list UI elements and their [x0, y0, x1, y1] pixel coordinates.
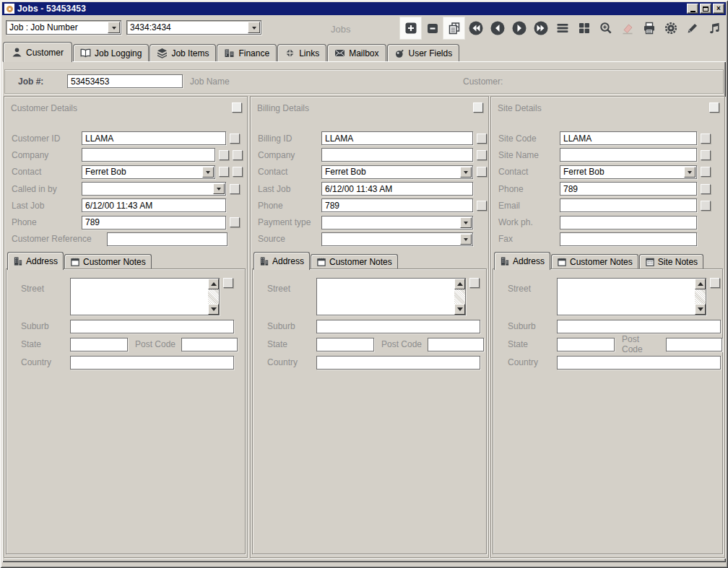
lookup-button[interactable]: [230, 134, 240, 144]
tab-job-logging[interactable]: Job Logging: [73, 44, 149, 61]
record-selector-combo[interactable]: 3434:3434: [126, 20, 261, 35]
lookup-button[interactable]: [223, 278, 233, 288]
chevron-down-icon[interactable]: [460, 234, 472, 245]
site-code-input[interactable]: [560, 131, 697, 145]
billing-details-checkbox[interactable]: [473, 102, 483, 113]
phone-input[interactable]: [82, 216, 226, 230]
customer-details-checkbox[interactable]: [232, 102, 242, 113]
street-input[interactable]: [557, 278, 706, 315]
chevron-down-icon[interactable]: [684, 167, 696, 178]
site-contact-select[interactable]: Ferret Bob: [560, 165, 697, 179]
lookup-button[interactable]: [701, 134, 711, 144]
print-button[interactable]: [638, 17, 659, 39]
tab-site-notes[interactable]: Site Notes: [639, 254, 703, 269]
post-code-input[interactable]: [181, 338, 238, 351]
scroll-up-icon[interactable]: [454, 279, 465, 289]
street-input[interactable]: [70, 278, 220, 315]
billing-last-job-input[interactable]: [321, 182, 473, 196]
chevron-down-icon[interactable]: [202, 167, 214, 178]
lookup-button[interactable]: [233, 150, 243, 160]
last-record-button[interactable]: [530, 17, 551, 39]
site-details-checkbox[interactable]: [709, 102, 719, 113]
company-input[interactable]: [82, 148, 215, 162]
suburb-input[interactable]: [316, 320, 480, 333]
work-phone-input[interactable]: [560, 216, 697, 230]
lookup-button[interactable]: [477, 134, 487, 144]
lookup-button[interactable]: [219, 150, 229, 160]
scroll-down-icon[interactable]: [454, 304, 465, 315]
first-record-button[interactable]: [465, 17, 486, 39]
lookup-button[interactable]: [701, 201, 711, 211]
suburb-input[interactable]: [70, 320, 234, 333]
scroll-up-icon[interactable]: [208, 279, 219, 289]
next-record-button[interactable]: [508, 17, 529, 39]
minimize-button[interactable]: [687, 4, 698, 14]
site-name-input[interactable]: [560, 148, 697, 162]
fax-input[interactable]: [560, 232, 697, 246]
add-record-button[interactable]: [400, 17, 421, 39]
tab-address[interactable]: Address: [494, 252, 550, 270]
suburb-input[interactable]: [557, 320, 721, 333]
country-input[interactable]: [70, 356, 234, 370]
scroll-up-icon[interactable]: [695, 279, 706, 289]
last-job-input[interactable]: [82, 198, 226, 212]
chevron-down-icon[interactable]: [248, 22, 260, 33]
settings-button[interactable]: [660, 17, 681, 39]
country-input[interactable]: [316, 356, 480, 370]
tab-links[interactable]: Links: [277, 44, 326, 61]
lookup-button[interactable]: [469, 278, 480, 288]
lookup-button[interactable]: [233, 167, 243, 177]
state-input[interactable]: [557, 338, 615, 351]
tab-address[interactable]: Address: [7, 252, 64, 270]
payment-type-select[interactable]: [321, 216, 473, 230]
scroll-down-icon[interactable]: [695, 304, 706, 315]
erase-button[interactable]: [617, 17, 638, 39]
source-select[interactable]: [321, 232, 473, 246]
lookup-button[interactable]: [701, 150, 711, 160]
job-number-input[interactable]: [67, 74, 183, 88]
tab-user-fields[interactable]: User Fields: [387, 44, 460, 61]
scrollbar[interactable]: [454, 279, 465, 315]
tab-mailbox[interactable]: Mailbox: [327, 44, 386, 61]
edit-button[interactable]: [682, 17, 703, 39]
billing-contact-select[interactable]: Ferret Bob: [321, 165, 473, 179]
scrollbar[interactable]: [208, 279, 219, 315]
billing-company-input[interactable]: [321, 148, 473, 162]
lookup-button[interactable]: [230, 217, 240, 227]
site-phone-input[interactable]: [560, 182, 697, 196]
tab-customer-notes[interactable]: Customer Notes: [64, 254, 152, 269]
scroll-down-icon[interactable]: [208, 304, 219, 315]
chevron-down-icon[interactable]: [460, 217, 472, 228]
lookup-button[interactable]: [477, 150, 487, 160]
copy-record-button[interactable]: [443, 17, 464, 39]
customer-id-input[interactable]: [82, 131, 226, 145]
email-input[interactable]: [560, 198, 697, 212]
post-code-input[interactable]: [428, 338, 484, 351]
tab-customer[interactable]: Customer: [3, 42, 72, 62]
chevron-down-icon[interactable]: [213, 183, 225, 194]
remove-record-button[interactable]: [422, 17, 443, 39]
billing-phone-input[interactable]: [321, 198, 473, 212]
chevron-down-icon[interactable]: [108, 22, 120, 33]
lookup-button[interactable]: [477, 201, 487, 211]
post-code-input[interactable]: [666, 338, 722, 351]
state-input[interactable]: [316, 338, 374, 351]
customer-reference-input[interactable]: [107, 232, 228, 246]
lookup-button[interactable]: [701, 184, 711, 194]
tab-job-items[interactable]: Job Items: [150, 44, 216, 61]
lookup-button[interactable]: [230, 184, 240, 194]
lookup-button[interactable]: [710, 278, 720, 288]
tab-finance[interactable]: Finance: [217, 44, 277, 61]
grid-view-button[interactable]: [573, 17, 594, 39]
billing-id-input[interactable]: [321, 131, 473, 145]
maximize-button[interactable]: [700, 4, 711, 14]
lookup-button[interactable]: [219, 167, 229, 177]
tab-address[interactable]: Address: [254, 252, 310, 270]
previous-record-button[interactable]: [487, 17, 508, 39]
called-in-by-select[interactable]: [82, 182, 226, 196]
country-input[interactable]: [557, 356, 721, 370]
lookup-button[interactable]: [477, 167, 487, 177]
contact-select[interactable]: Ferret Bob: [82, 165, 215, 179]
view-selector-combo[interactable]: Job : Job Number: [6, 20, 121, 35]
list-view-button[interactable]: [552, 17, 573, 39]
